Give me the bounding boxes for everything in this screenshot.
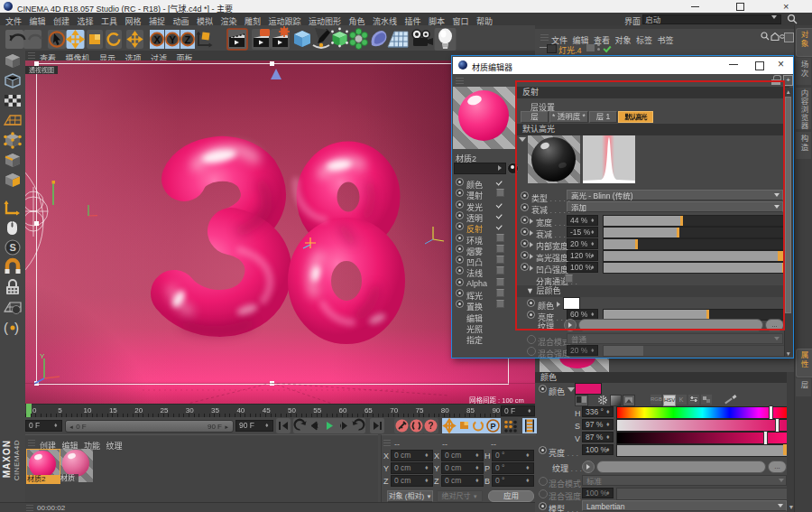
svg-text:P: P — [491, 422, 496, 431]
svg-text:S: S — [10, 242, 16, 253]
svg-text:?: ? — [429, 421, 434, 431]
svg-text:Y: Y — [170, 34, 177, 45]
svg-text:): ) — [14, 320, 19, 335]
svg-text:Y: Y — [40, 352, 45, 360]
svg-text:Z: Z — [185, 34, 191, 45]
svg-text:X: X — [154, 34, 161, 45]
svg-text:(: ( — [4, 320, 8, 335]
